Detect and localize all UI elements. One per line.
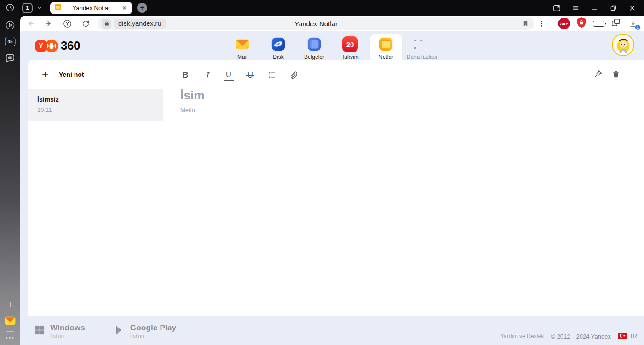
gplay-download-badge[interactable]: Google Playİndirin <box>115 323 176 339</box>
pin-button[interactable] <box>593 69 603 80</box>
app-notes[interactable]: Notlar <box>370 34 402 63</box>
footer-meta: Yardım ve Destek © 2012—2024 Yandex ★ TR <box>500 322 637 340</box>
rail-divider <box>6 331 14 332</box>
svg-text:★: ★ <box>623 334 626 337</box>
windows-download-badge[interactable]: Windowsİndirin <box>34 323 85 339</box>
more-dots-icon[interactable]: ••• <box>6 334 15 341</box>
app-label: Daha fazlası <box>407 54 437 60</box>
yandex-mail-icon[interactable] <box>4 315 17 327</box>
italic-button[interactable]: I <box>202 69 212 80</box>
badge-subtitle: İndirin <box>50 333 85 339</box>
yandex360-page: Y 360 MailDiskBelgeler20TakvimNotlar• • … <box>20 31 644 345</box>
badge-title: Google Play <box>130 323 176 333</box>
app-mail[interactable]: Mail <box>226 34 259 63</box>
gplay-icon <box>115 325 125 337</box>
badge-title: Windows <box>50 323 85 333</box>
app-disk[interactable]: Disk <box>262 34 295 63</box>
app-label: Notlar <box>379 54 393 60</box>
store-badges: WindowsİndirinGoogle Playİndirin <box>34 323 176 339</box>
underline-button[interactable]: U <box>224 69 234 80</box>
plus-icon[interactable]: + <box>7 299 13 311</box>
content-card: + Yeni not İsimsiz10:11 B I U U <box>28 60 644 316</box>
apps-nav: MailDiskBelgeler20TakvimNotlar• • •Daha … <box>20 34 644 63</box>
language-label: TR <box>630 333 637 339</box>
kebab-menu-icon[interactable]: ⋮ <box>538 19 545 28</box>
yandex-logo-icon: Y <box>34 40 47 52</box>
chevron-down-icon[interactable] <box>36 5 43 11</box>
note-item-time: 10:11 <box>37 106 154 113</box>
page-footer: WindowsİndirinGoogle Playİndirin Yardım … <box>20 316 644 345</box>
turkey-flag-icon: ★ <box>618 333 627 340</box>
tab-bar: 1 Yandex Notlar ✕ + <box>0 0 644 16</box>
browser-window: 1 Yandex Notlar ✕ + <box>0 0 644 345</box>
panels-icon[interactable] <box>611 17 621 29</box>
app-label: Belgeler <box>304 54 324 60</box>
restore-icon[interactable] <box>608 2 619 13</box>
notes-list: İsimsiz10:11 <box>28 90 163 121</box>
app-docs[interactable]: Belgeler <box>298 34 331 63</box>
window-controls <box>551 2 644 13</box>
delete-button[interactable] <box>612 70 620 80</box>
side-panel-toggle-icon[interactable] <box>551 2 562 13</box>
history-clock-icon[interactable] <box>6 3 15 12</box>
avatar[interactable] <box>612 34 634 56</box>
copyright: © 2012—2024 Yandex <box>551 333 611 340</box>
battery-icon[interactable] <box>593 21 604 27</box>
windows-icon <box>34 325 45 337</box>
strikethrough-button[interactable]: U <box>245 69 255 80</box>
new-note-button[interactable]: + Yeni not <box>28 60 163 90</box>
app-calendar[interactable]: 20Takvim <box>334 34 367 63</box>
note-editor[interactable]: B I U U <box>163 60 644 316</box>
forward-icon[interactable] <box>43 18 54 29</box>
plus-icon: + <box>42 69 48 80</box>
yandex-browser-icon[interactable] <box>62 18 73 29</box>
bold-button[interactable]: B <box>180 69 190 80</box>
address-bar[interactable]: disk.yandex.ru Yandex Notlar <box>98 17 534 30</box>
more-app-icon: • • • <box>414 36 430 52</box>
download-icon[interactable]: 1 <box>627 18 638 29</box>
tab-title: Yandex Notlar <box>62 5 121 12</box>
tab-counter[interactable]: 1 <box>22 3 33 13</box>
tab-count-label: 1 <box>23 4 32 12</box>
close-icon[interactable] <box>627 2 638 13</box>
attach-button[interactable] <box>288 69 299 80</box>
calendar-date: 20 <box>342 36 358 52</box>
url-text[interactable]: disk.yandex.ru <box>114 19 166 29</box>
page-header: Y 360 MailDiskBelgeler20TakvimNotlar• • … <box>20 31 644 60</box>
note-item-title: İsimsiz <box>37 96 154 103</box>
video-play-icon[interactable] <box>5 20 16 30</box>
notes-favicon-icon <box>54 3 62 12</box>
new-tab-button[interactable]: + <box>137 3 147 13</box>
bookmark-icon[interactable] <box>522 20 529 27</box>
app-more[interactable]: • • •Daha fazlası <box>406 34 438 63</box>
screenshot-camera-icon[interactable] <box>5 52 16 63</box>
mail-app-icon <box>235 36 250 52</box>
note-body-input[interactable]: Metin <box>180 107 644 114</box>
bullet-list-button[interactable] <box>267 69 277 80</box>
badge-45-icon[interactable]: 45 <box>5 37 16 46</box>
note-title-input[interactable]: İsim <box>180 88 644 103</box>
app-label: Mail <box>237 54 247 60</box>
language-switcher[interactable]: ★ TR <box>618 333 637 340</box>
active-tab[interactable]: Yandex Notlar ✕ <box>50 2 132 14</box>
docs-app-icon <box>306 36 322 52</box>
new-note-label: Yeni not <box>59 71 84 78</box>
back-icon[interactable] <box>25 18 36 29</box>
note-actions <box>593 69 620 80</box>
app-label: Disk <box>273 54 283 60</box>
tab-close-icon[interactable]: ✕ <box>121 5 128 12</box>
calendar-app-icon: 20 <box>342 36 358 52</box>
abp-extension-icon[interactable]: ABP <box>558 18 570 29</box>
security-shield-icon[interactable] <box>576 17 586 30</box>
toolbar-extensions: ⋮ ABP 1 <box>538 17 638 30</box>
toolbar-divider <box>552 19 552 28</box>
help-link[interactable]: Yardım ve Destek <box>500 333 544 339</box>
app-label: Takvim <box>341 54 358 60</box>
lock-icon[interactable] <box>102 19 111 29</box>
minimize-icon[interactable] <box>589 2 600 13</box>
menu-icon[interactable] <box>570 2 581 13</box>
format-toolbar: B I U U <box>180 69 644 80</box>
note-list-item[interactable]: İsimsiz10:11 <box>28 90 163 121</box>
refresh-icon[interactable] <box>80 18 91 29</box>
badge-subtitle: İndirin <box>130 333 176 339</box>
